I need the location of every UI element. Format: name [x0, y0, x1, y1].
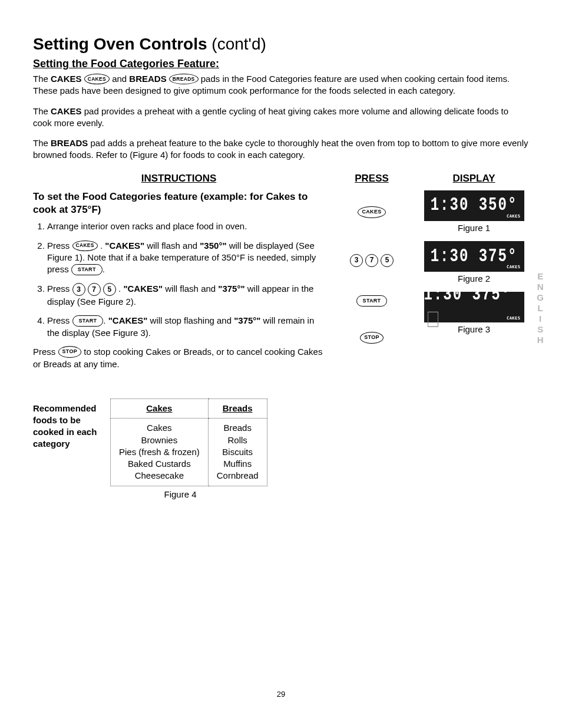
- section-heading: Setting the Food Categories Feature:: [33, 57, 529, 71]
- press-digit-3: 3: [350, 254, 363, 267]
- cakes-pad-icon: CAKES: [72, 241, 98, 251]
- press-digit-5: 5: [381, 254, 394, 267]
- side-language-label: ENGLISH: [537, 271, 544, 345]
- display-figure-1: 1:30 350° CAKES: [424, 190, 524, 221]
- digit-3-icon: 3: [72, 283, 85, 296]
- press-stop-pad: STOP: [360, 332, 384, 344]
- step-4: Press START. "CAKES" will stop flashing …: [47, 315, 325, 339]
- breads-pad-icon: BREADS: [169, 74, 199, 84]
- display-figure-3: 1:30 375° CAKES: [424, 292, 524, 322]
- cakes-pad-icon: CAKES: [84, 74, 110, 84]
- food-categories-table: Recommended foods to be cooked in each c…: [33, 398, 267, 486]
- start-pad-icon: START: [71, 264, 103, 275]
- figure-4-label: Figure 4: [33, 489, 328, 500]
- display-figure-2: 1:30 375° CAKES: [424, 241, 524, 272]
- stop-note: Press STOP to stop cooking Cakes or Brea…: [33, 346, 325, 370]
- press-cakes-pad: CAKES: [358, 206, 385, 218]
- press-digit-7: 7: [365, 254, 378, 267]
- figure-1-label: Figure 1: [424, 222, 524, 234]
- paragraph-cakes: The CAKES pad provides a preheat with a …: [33, 106, 529, 130]
- start-pad-icon: START: [72, 315, 104, 327]
- breads-items: Breads Rolls Biscuits Muffins Cornbread: [208, 419, 267, 486]
- paragraph-breads: The BREADS pad adds a preheat feature to…: [33, 137, 529, 162]
- col-header-display: DISPLAY: [419, 172, 529, 186]
- step-2: Press CAKES . "CAKES" will flash and "35…: [47, 240, 325, 276]
- page-number: 29: [33, 689, 529, 700]
- page-title: Setting Oven Controls (cont'd): [33, 33, 529, 55]
- press-start-pad: START: [356, 295, 388, 307]
- col-breads: Breads: [208, 399, 267, 419]
- paragraph-intro: The CAKES CAKES and BREADS BREADS pads i…: [33, 73, 529, 97]
- col-header-press: PRESS: [325, 172, 419, 186]
- col-header-instructions: INSTRUCTIONS: [33, 172, 325, 186]
- digit-5-icon: 5: [103, 283, 116, 296]
- step-1: Arrange interior oven racks and place fo…: [47, 220, 325, 232]
- example-heading: To set the Food Categories feature (exam…: [33, 190, 325, 218]
- cakes-items: Cakes Brownies Pies (fresh & frozen) Bak…: [111, 419, 209, 486]
- stop-pad-icon: STOP: [58, 346, 82, 358]
- digit-7-icon: 7: [88, 283, 101, 296]
- col-cakes: Cakes: [111, 399, 209, 419]
- table-rowhead: Recommended foods to be cooked in each c…: [33, 399, 111, 486]
- step-3: Press 3 7 5 . "CAKES" will flash and "37…: [47, 283, 325, 308]
